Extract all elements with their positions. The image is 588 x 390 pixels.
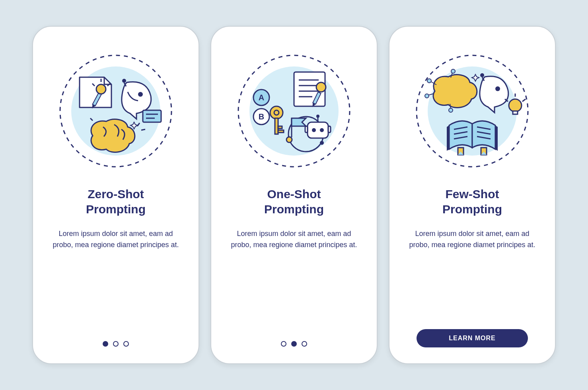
svg-point-4	[96, 84, 106, 94]
svg-line-60	[522, 99, 526, 101]
illustration-svg: A B	[234, 51, 354, 171]
svg-rect-31	[278, 126, 282, 129]
svg-point-46	[427, 79, 431, 83]
screen-title: Few-Shot Prompting	[442, 187, 502, 216]
svg-point-28	[270, 106, 283, 119]
svg-point-38	[312, 128, 316, 132]
svg-text:B: B	[259, 112, 264, 121]
pagination-dot-2[interactable]	[291, 341, 297, 347]
pagination-dot-1[interactable]	[103, 341, 108, 347]
pagination-dot-3[interactable]	[302, 341, 307, 347]
screen-title: Zero-Shot Prompting	[86, 187, 146, 216]
illustration-one-shot: A B	[234, 51, 354, 171]
learn-more-button[interactable]: LEARN MORE	[417, 329, 528, 347]
svg-point-12	[122, 79, 126, 83]
pagination-dots	[103, 341, 129, 347]
pagination-dot-2[interactable]	[113, 341, 119, 347]
svg-point-54	[495, 86, 500, 91]
svg-point-8	[138, 92, 143, 97]
svg-rect-37	[308, 122, 328, 138]
screen-description: Lorem ipsum dolor sit amet, eam ad probo…	[409, 228, 536, 251]
illustration-svg	[56, 51, 175, 171]
onboarding-screen-3: Few-Shot Prompting Lorem ipsum dolor sit…	[389, 26, 556, 364]
svg-point-49	[449, 108, 453, 112]
svg-point-41	[316, 115, 319, 118]
illustration-few-shot	[413, 51, 532, 171]
svg-rect-43	[328, 126, 331, 133]
pagination-dots	[281, 341, 307, 347]
svg-point-34	[286, 137, 292, 142]
svg-rect-42	[305, 126, 308, 133]
svg-text:A: A	[259, 93, 264, 102]
svg-rect-32	[278, 130, 284, 133]
svg-point-57	[509, 99, 522, 112]
onboarding-screen-1: Zero-Shot Prompting Lorem ipsum dolor si…	[32, 26, 199, 364]
screen-description: Lorem ipsum dolor sit amet, eam ad probo…	[230, 228, 358, 251]
illustration-zero-shot	[56, 51, 175, 171]
svg-rect-9	[143, 110, 161, 122]
svg-rect-58	[513, 111, 518, 114]
svg-point-55	[480, 73, 484, 77]
onboarding-stage: Zero-Shot Prompting Lorem ipsum dolor si…	[32, 26, 556, 364]
pagination-dot-3[interactable]	[123, 341, 129, 347]
pagination-dot-1[interactable]	[281, 341, 286, 347]
svg-point-48	[451, 69, 455, 73]
illustration-svg	[413, 51, 532, 171]
screen-title: One-Shot Prompting	[264, 187, 324, 216]
screen-description: Lorem ipsum dolor sit amet, eam ad probo…	[52, 228, 179, 251]
svg-point-35	[320, 141, 324, 145]
onboarding-screen-2: A B	[210, 26, 378, 364]
svg-point-39	[320, 128, 324, 132]
svg-point-23	[316, 82, 326, 92]
svg-point-47	[425, 94, 429, 98]
